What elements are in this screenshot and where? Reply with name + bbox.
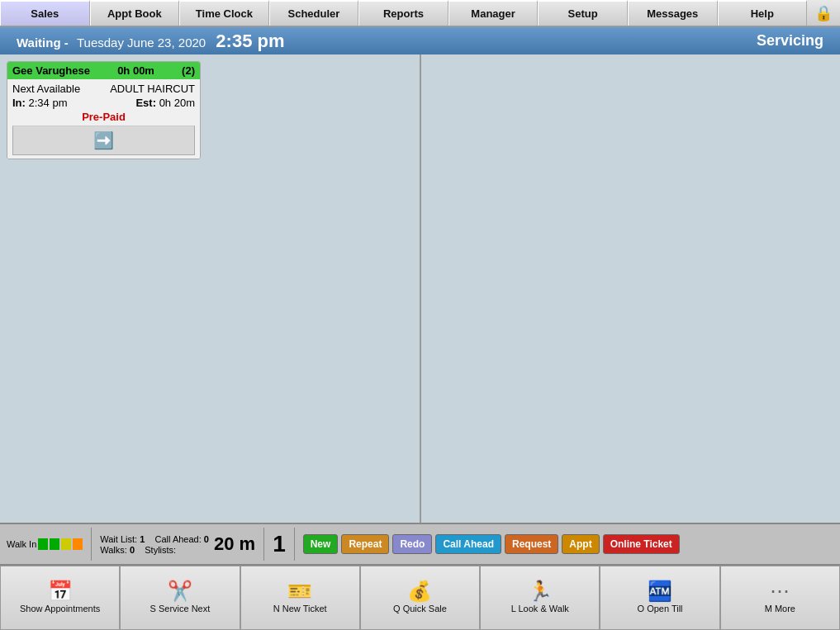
call-ahead-count: 0 bbox=[204, 534, 209, 544]
nav-help[interactable]: Help bbox=[718, 0, 808, 26]
open-till-button[interactable]: 🏧 O Open Till bbox=[600, 566, 719, 630]
servicing-panel bbox=[421, 54, 840, 523]
service-next-label: S Service Next bbox=[150, 604, 211, 614]
stats-row1: Wait List: 1 Call Ahead: 0 bbox=[100, 534, 209, 544]
service-type-row: Next Available ADULT HAIRCUT bbox=[12, 83, 195, 95]
customer-queue-number: (2) bbox=[182, 64, 195, 77]
header-time: 2:35 pm bbox=[216, 31, 284, 51]
call-ahead-button[interactable]: Call Ahead bbox=[435, 534, 501, 554]
wait-time-display: 20 m bbox=[214, 533, 255, 555]
availability-label: Next Available bbox=[12, 83, 80, 95]
walks-count: 0 bbox=[130, 545, 135, 555]
show-appointments-button[interactable]: 📅 Show Appointments bbox=[0, 566, 120, 630]
service-type-label: ADULT HAIRCUT bbox=[110, 83, 195, 95]
top-navigation: Sales Appt Book Time Clock Scheduler Rep… bbox=[0, 0, 840, 27]
more-icon: ⋯ bbox=[770, 581, 790, 601]
more-label: M More bbox=[765, 604, 795, 614]
walk-in-group: Walk In bbox=[7, 538, 83, 550]
divider-3 bbox=[294, 528, 295, 561]
appt-button[interactable]: Appt bbox=[562, 534, 599, 554]
walk-block-1 bbox=[38, 538, 48, 550]
walk-in-text: Walk In bbox=[7, 539, 36, 549]
lock-button[interactable]: 🔒 bbox=[807, 0, 840, 26]
servicing-label: Servicing bbox=[757, 32, 823, 50]
nav-reports[interactable]: Reports bbox=[358, 0, 448, 26]
repeat-button[interactable]: Repeat bbox=[341, 534, 389, 554]
divider-2 bbox=[263, 528, 264, 561]
customer-name: Gee Varughese bbox=[12, 64, 90, 77]
call-ahead-label: Call Ahead: bbox=[155, 534, 202, 544]
stats-group: Wait List: 1 Call Ahead: 0 Walks: 0 Styl… bbox=[100, 534, 209, 555]
new-ticket-button[interactable]: 🎫 N New Ticket bbox=[240, 566, 360, 630]
in-time-label: In: 2:34 pm bbox=[12, 97, 68, 109]
new-button[interactable]: New bbox=[303, 534, 339, 554]
walks-label: Walks: bbox=[100, 545, 127, 555]
walk-block-4 bbox=[73, 538, 83, 550]
open-till-label: O Open Till bbox=[638, 604, 683, 614]
stylists-label: Stylists: bbox=[145, 545, 176, 555]
open-till-icon: 🏧 bbox=[648, 581, 672, 601]
quick-sale-label: Q Quick Sale bbox=[393, 604, 447, 614]
waiting-section: Waiting - Tuesday June 23, 2020 2:35 pm bbox=[17, 31, 285, 52]
customer-card: Gee Varughese 0h 00m (2) Next Available … bbox=[7, 61, 201, 159]
est-time-label: Est: 0h 20m bbox=[135, 97, 195, 109]
walk-in-row: Walk In bbox=[7, 538, 83, 550]
look-walk-button[interactable]: 🏃 L Look & Walk bbox=[480, 566, 600, 630]
small-buttons-group: New Repeat Redo Call Ahead Request Appt … bbox=[303, 534, 680, 554]
nav-appt-book[interactable]: Appt Book bbox=[90, 0, 180, 26]
waiting-panel: Gee Varughese 0h 00m (2) Next Available … bbox=[0, 54, 421, 523]
wait-list-count: 1 bbox=[140, 534, 145, 544]
more-button[interactable]: ⋯ M More bbox=[720, 566, 840, 630]
times-row: In: 2:34 pm Est: 0h 20m bbox=[12, 97, 195, 109]
customer-card-body: Next Available ADULT HAIRCUT In: 2:34 pm… bbox=[7, 79, 200, 159]
calendar-icon: 📅 bbox=[48, 581, 73, 601]
nav-time-clock[interactable]: Time Clock bbox=[179, 0, 269, 26]
customer-wait-time: 0h 00m bbox=[117, 64, 154, 77]
nav-messages[interactable]: Messages bbox=[628, 0, 718, 26]
nav-sales[interactable]: Sales bbox=[0, 0, 90, 26]
main-area: Gee Varughese 0h 00m (2) Next Available … bbox=[0, 54, 840, 523]
divider-1 bbox=[91, 528, 92, 561]
walk-block-2 bbox=[50, 538, 59, 550]
pre-paid-label: Pre-Paid bbox=[12, 111, 195, 123]
stylist-count: 1 bbox=[273, 531, 286, 557]
arrow-right-icon: ➡️ bbox=[93, 131, 114, 149]
show-appointments-label: Show Appointments bbox=[20, 604, 100, 614]
stats-row2: Walks: 0 Stylists: bbox=[100, 545, 209, 555]
request-button[interactable]: Request bbox=[505, 534, 558, 554]
lock-icon: 🔒 bbox=[814, 4, 833, 22]
wait-list-label: Wait List: bbox=[100, 534, 137, 544]
waiting-label: Waiting - bbox=[17, 36, 69, 50]
ticket-icon: 🎫 bbox=[287, 581, 312, 601]
nav-setup[interactable]: Setup bbox=[538, 0, 628, 26]
look-walk-icon: 🏃 bbox=[528, 581, 553, 601]
quick-sale-button[interactable]: 💰 Q Quick Sale bbox=[360, 566, 480, 630]
nav-scheduler[interactable]: Scheduler bbox=[269, 0, 359, 26]
scissors-icon: ✂️ bbox=[168, 581, 192, 601]
nav-manager[interactable]: Manager bbox=[448, 0, 539, 26]
status-bar: Walk In Wait List: 1 Call Ahead: 0 Walks… bbox=[0, 523, 840, 564]
new-ticket-label: N New Ticket bbox=[273, 604, 327, 614]
bottom-action-bar: 📅 Show Appointments ✂️ S Service Next 🎫 … bbox=[0, 564, 840, 630]
walk-block-3 bbox=[61, 538, 71, 550]
online-ticket-button[interactable]: Online Ticket bbox=[603, 534, 680, 554]
service-arrow-button[interactable]: ➡️ bbox=[12, 126, 195, 155]
customer-card-header: Gee Varughese 0h 00m (2) bbox=[7, 62, 200, 79]
header-bar: Waiting - Tuesday June 23, 2020 2:35 pm … bbox=[0, 27, 840, 54]
redo-button[interactable]: Redo bbox=[392, 534, 432, 554]
quick-sale-icon: 💰 bbox=[407, 581, 432, 601]
header-date: Tuesday June 23, 2020 bbox=[77, 36, 206, 50]
service-next-button[interactable]: ✂️ S Service Next bbox=[120, 566, 240, 630]
look-walk-label: L Look & Walk bbox=[511, 604, 569, 614]
